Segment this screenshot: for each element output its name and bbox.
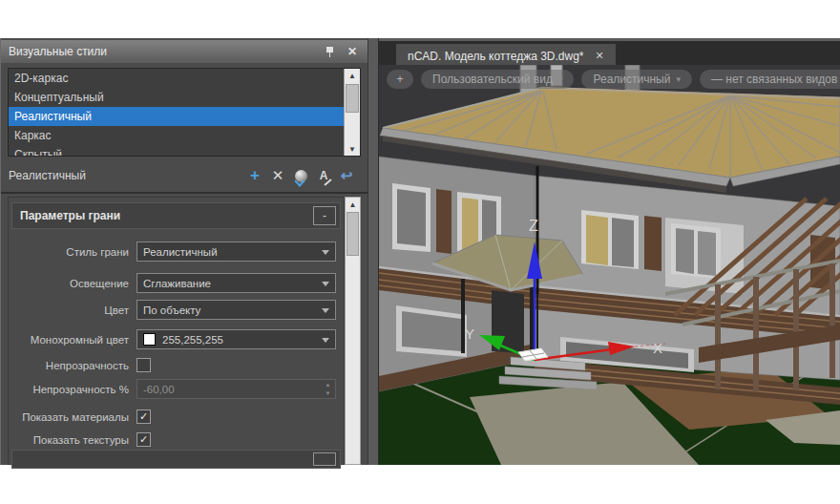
collapse-section-button[interactable]: - — [313, 206, 336, 225]
panel-splitter[interactable] — [368, 38, 379, 465]
panel-title: Визуальные стили — [9, 45, 314, 58]
section-header-face-params: Параметры грани - — [11, 202, 341, 229]
show-materials-checkbox[interactable]: ✓ — [136, 410, 151, 424]
dropdown-icon — [322, 250, 329, 259]
axis-x-label: X — [653, 340, 662, 356]
face-style-select[interactable]: Реалистичный — [136, 242, 336, 262]
apply-to-viewport-icon[interactable] — [289, 165, 312, 186]
properties-body: Параметры грани - Стиль грани Реалистичн… — [8, 197, 345, 465]
color-swatch — [143, 333, 156, 346]
dropdown-icon — [322, 282, 329, 290]
visual-style-selector-button[interactable]: Реалистичный ▾ — [581, 70, 691, 89]
visual-styles-panel: Визуальные стили ✕ 2D-каркас Концептуаль… — [0, 38, 368, 465]
list-item-selected[interactable]: Реалистичный — [9, 107, 344, 126]
field-label: Показать текстуры — [14, 434, 136, 446]
spinner-buttons[interactable]: ▲ ▼ — [323, 382, 333, 396]
field-label: Освещение — [14, 278, 136, 289]
field-label: Показать материалы — [14, 411, 136, 423]
document-tab-title: nCAD. Модель коттеджа 3D.dwg* — [408, 50, 584, 63]
field-row-show-materials: Показать материалы ✓ — [14, 407, 336, 427]
mono-color-select[interactable]: 255,255,255 — [136, 329, 336, 349]
color-select[interactable]: По объекту — [136, 300, 336, 320]
delete-style-button[interactable]: ✕ — [266, 165, 289, 186]
list-item[interactable]: 2D-каркас — [9, 69, 344, 88]
dropdown-icon — [322, 308, 329, 317]
field-label: Непрозрачность — [14, 360, 136, 371]
current-style-name: Реалистичный — [9, 169, 243, 182]
dropdown-icon: ▾ — [676, 74, 681, 84]
lighting-select[interactable]: Сглаживание — [136, 273, 336, 293]
scroll-up-icon[interactable]: ▲ — [345, 69, 360, 82]
field-row-mono-color: Монохромный цвет 255,255,255 — [14, 329, 336, 349]
linked-views-button[interactable]: — нет связанных видов — — [700, 70, 840, 89]
check-icon: ✓ — [139, 411, 148, 422]
app-window: Визуальные стили ✕ 2D-каркас Концептуаль… — [0, 38, 840, 465]
dropdown-icon: ▾ — [558, 74, 563, 84]
separator — [1, 192, 368, 194]
scrollbar-thumb[interactable] — [346, 212, 359, 256]
field-row-color: Цвет По объекту — [14, 300, 336, 320]
screenshot: Визуальные стили ✕ 2D-каркас Концептуаль… — [0, 0, 840, 504]
list-item[interactable]: Концептуальный — [9, 88, 344, 107]
scrollbar-thumb[interactable] — [346, 84, 359, 113]
tab-close-icon[interactable]: ✕ — [596, 50, 604, 62]
spin-down-icon: ▼ — [326, 390, 331, 396]
visual-styles-list: 2D-каркас Концептуальный Реалистичный Ка… — [8, 68, 361, 157]
field-row-opacity-pct: Непрозрачность % -60,00 ▲ ▼ — [14, 379, 336, 399]
add-style-button[interactable]: + — [243, 165, 266, 186]
list-item[interactable]: Скрытый — [9, 145, 344, 157]
show-textures-checkbox[interactable]: ✓ — [136, 432, 151, 447]
field-label: Монохромный цвет — [14, 334, 136, 346]
pin-icon[interactable] — [322, 44, 337, 59]
scroll-down-icon[interactable]: ▼ — [345, 142, 360, 156]
properties-area: Параметры грани - Стиль грани Реалистичн… — [8, 197, 361, 465]
add-view-button[interactable]: + — [387, 70, 413, 89]
list-item[interactable]: Каркас — [9, 126, 344, 145]
drawing-viewport: nCAD. Модель коттеджа 3D.dwg* ✕ + Пользо… — [379, 38, 840, 465]
spin-up-icon: ▲ — [326, 382, 331, 388]
axis-z-label: Z — [529, 218, 538, 234]
field-label: Стиль грани — [14, 246, 136, 258]
collapse-section-button[interactable] — [313, 452, 336, 466]
viewport-controls: + Пользовательский вид ▾ Реалистичный ▾ … — [387, 70, 840, 89]
scroll-up-icon[interactable]: ▲ — [346, 198, 360, 211]
rename-style-button[interactable]: A — [312, 165, 335, 186]
document-tabbar: nCAD. Модель коттеджа 3D.dwg* ✕ — [379, 38, 840, 65]
opacity-percent-input[interactable]: -60,00 ▲ ▼ — [136, 379, 336, 399]
model-canvas[interactable]: + Пользовательский вид ▾ Реалистичный ▾ … — [379, 65, 840, 465]
field-row-show-textures: Показать текстуры ✓ — [14, 430, 336, 450]
field-row-lighting: Освещение Сглаживание — [14, 273, 336, 293]
revert-button[interactable]: ↩ — [335, 165, 358, 186]
panel-titlebar: Визуальные стили ✕ — [1, 40, 368, 63]
view-selector-button[interactable]: Пользовательский вид ▾ — [421, 70, 574, 89]
dropdown-icon — [322, 338, 329, 346]
field-row-face-style: Стиль грани Реалистичный — [14, 242, 336, 262]
axis-y-label: Y — [465, 326, 474, 342]
section-header-partial — [11, 450, 341, 469]
field-row-opacity: Непрозрачность — [14, 355, 336, 375]
check-icon: ✓ — [139, 434, 148, 445]
field-label: Непрозрачность % — [14, 384, 136, 395]
properties-scrollbar: ▲ — [345, 197, 361, 465]
list-scrollbar: ▲ ▼ — [344, 69, 360, 156]
section-title: Параметры грани — [20, 209, 313, 222]
opacity-checkbox[interactable] — [136, 358, 151, 372]
field-label: Цвет — [14, 304, 136, 316]
current-style-toolbar: Реалистичный + ✕ A ↩ — [9, 162, 358, 189]
cottage-3d-model: Z Y X — [379, 65, 840, 465]
panel-close-icon[interactable]: ✕ — [345, 44, 360, 59]
